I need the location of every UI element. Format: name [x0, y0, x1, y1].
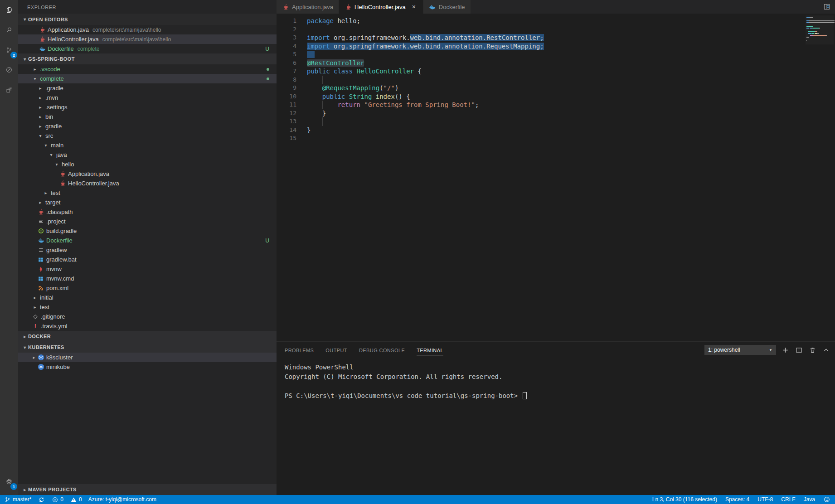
file-tree-row[interactable]: .project: [18, 217, 277, 226]
code-token: (: [379, 84, 383, 92]
git-branch-status[interactable]: master*: [4, 496, 31, 503]
panel-tab-output[interactable]: OUTPUT: [325, 345, 347, 355]
file-tree-row[interactable]: ▸bin: [18, 112, 277, 121]
maximize-panel-button[interactable]: [821, 345, 830, 354]
file-tree-row[interactable]: ▸.gradle: [18, 83, 277, 93]
sync-status[interactable]: [38, 497, 45, 503]
minimap-line: [808, 31, 815, 32]
code-editor[interactable]: 123456789101112131415 package hello;impo…: [277, 14, 835, 341]
activity-bar-search[interactable]: [0, 20, 18, 40]
tree-item-label: hello: [62, 161, 74, 168]
file-tree-row[interactable]: ▾main: [18, 141, 277, 150]
kill-terminal-button[interactable]: [808, 345, 817, 354]
sidebar-title: EXPLORER: [18, 0, 277, 14]
activity-bar-debug[interactable]: [0, 60, 18, 80]
open-editor-row[interactable]: DockerfilecompleteU: [18, 44, 277, 53]
language-mode[interactable]: Java: [804, 496, 815, 503]
line-number: 12: [277, 109, 296, 118]
panel-tab-debug-console[interactable]: DEBUG CONSOLE: [359, 345, 405, 355]
panel-tab-problems[interactable]: PROBLEMS: [285, 345, 314, 355]
minimap-line: [819, 28, 820, 29]
file-tree-row[interactable]: ▾java: [18, 150, 277, 160]
chevron-down-icon: ▾: [53, 162, 60, 167]
maven-section-header[interactable]: ▸ MAVEN PROJECTS: [18, 484, 277, 495]
indent-guide: [322, 117, 323, 126]
tree-item-label: test: [40, 304, 49, 310]
file-tree-row[interactable]: ▸target: [18, 198, 277, 207]
tree-item-label: .gitignore: [41, 313, 65, 320]
activity-bar-extensions[interactable]: [0, 80, 18, 100]
panel-tab-terminal[interactable]: TERMINAL: [417, 345, 443, 355]
file-tree-row[interactable]: gradlew.bat: [18, 255, 277, 264]
file-tree-row[interactable]: mvnw: [18, 264, 277, 274]
file-tree-row[interactable]: ▾src: [18, 131, 277, 141]
file-tree-row[interactable]: DockerfileU: [18, 236, 277, 245]
file-tree-row[interactable]: ▸.mvn: [18, 93, 277, 102]
explorer-sidebar: EXPLORER ▾ OPEN EDITORS Application.java…: [18, 0, 277, 495]
file-tree-row[interactable]: !.travis.yml: [18, 321, 277, 331]
warning-count[interactable]: 0: [70, 496, 82, 503]
code-line: [307, 134, 544, 143]
file-tree-row[interactable]: pom.xml: [18, 283, 277, 293]
code-token: ): [395, 84, 398, 92]
indentation[interactable]: Spaces: 4: [725, 496, 749, 503]
minimap[interactable]: [806, 15, 834, 44]
file-tree-row[interactable]: HelloController.java: [18, 179, 277, 188]
minimap-line: [819, 20, 835, 21]
activity-bar-explorer[interactable]: [0, 0, 18, 20]
split-editor-icon[interactable]: [822, 2, 831, 11]
code-line: package hello;: [307, 17, 544, 25]
file-tree-row[interactable]: ▸.vscode: [18, 64, 277, 74]
code-token: String: [349, 93, 372, 100]
open-editor-row[interactable]: HelloController.javacomplete\src\main\ja…: [18, 34, 277, 44]
file-tree-row[interactable]: .gitignore: [18, 312, 277, 321]
file-tree-row[interactable]: mvnw.cmd: [18, 274, 277, 283]
kubernetes-section-header[interactable]: ▾ KUBERNETES: [18, 342, 277, 353]
editor-tab[interactable]: Application.java: [277, 0, 339, 14]
file-tree-row[interactable]: gradlew: [18, 245, 277, 255]
java-icon: [282, 4, 289, 10]
tree-item-label: .classpath: [46, 208, 73, 215]
line-number-gutter: 123456789101112131415: [277, 17, 296, 143]
file-tree-row[interactable]: .classpath: [18, 207, 277, 217]
file-tree-row[interactable]: ▸gradle: [18, 121, 277, 131]
open-editors-header[interactable]: ▾ OPEN EDITORS: [18, 14, 277, 25]
editor-tab[interactable]: Dockerfile: [423, 0, 471, 14]
error-count[interactable]: 0: [51, 496, 63, 503]
azure-account[interactable]: Azure: t-yiqi@microsoft.com: [88, 496, 156, 503]
split-terminal-button[interactable]: [794, 345, 803, 354]
project-section-header[interactable]: ▾ GS-SPRING-BOOT: [18, 53, 277, 64]
file-tree-row[interactable]: ▸.settings: [18, 102, 277, 112]
terminal[interactable]: Windows PowerShellCopyright (C) Microsof…: [277, 358, 835, 401]
encoding[interactable]: UTF-8: [757, 496, 773, 503]
activity-bar-source-control[interactable]: 2: [0, 40, 18, 60]
file-tree-row[interactable]: ▸test: [18, 188, 277, 198]
editor-tab[interactable]: HelloController.java✕: [339, 0, 423, 14]
close-icon[interactable]: ✕: [410, 4, 418, 10]
feedback[interactable]: [823, 496, 830, 503]
kubernetes-cluster-row[interactable]: ▸k8scluster: [18, 353, 277, 362]
file-tree-row[interactable]: ▾hello: [18, 160, 277, 169]
file-tree-row[interactable]: ▾complete: [18, 74, 277, 83]
code-token: [307, 84, 322, 92]
eol-sequence[interactable]: CRLF: [781, 496, 795, 503]
new-terminal-button[interactable]: [781, 345, 790, 354]
line-number: 5: [277, 50, 296, 59]
kubernetes-cluster-row[interactable]: minikube: [18, 362, 277, 372]
file-tree-row[interactable]: ▸initial: [18, 293, 277, 302]
docker-section-header[interactable]: ▸ DOCKER: [18, 331, 277, 342]
java-icon: [59, 170, 66, 177]
tree-item-label: complete: [40, 75, 64, 82]
open-editor-row[interactable]: Application.javacomplete\src\main\java\h…: [18, 25, 277, 34]
code-token: "/": [384, 84, 395, 92]
cursor-position-label: Ln 3, Col 30 (116 selected): [652, 496, 717, 503]
settings-button[interactable]: 1: [0, 471, 18, 491]
windows-icon: [37, 257, 44, 263]
code-line: }: [307, 126, 544, 135]
file-tree-row[interactable]: Application.java: [18, 169, 277, 179]
terminal-select[interactable]: 1: powershell ▼: [704, 345, 776, 355]
tree-item-label: build.gradle: [46, 228, 77, 234]
file-tree-row[interactable]: ▸test: [18, 302, 277, 312]
cursor-position[interactable]: Ln 3, Col 30 (116 selected): [652, 496, 717, 503]
file-tree-row[interactable]: build.gradle: [18, 226, 277, 236]
